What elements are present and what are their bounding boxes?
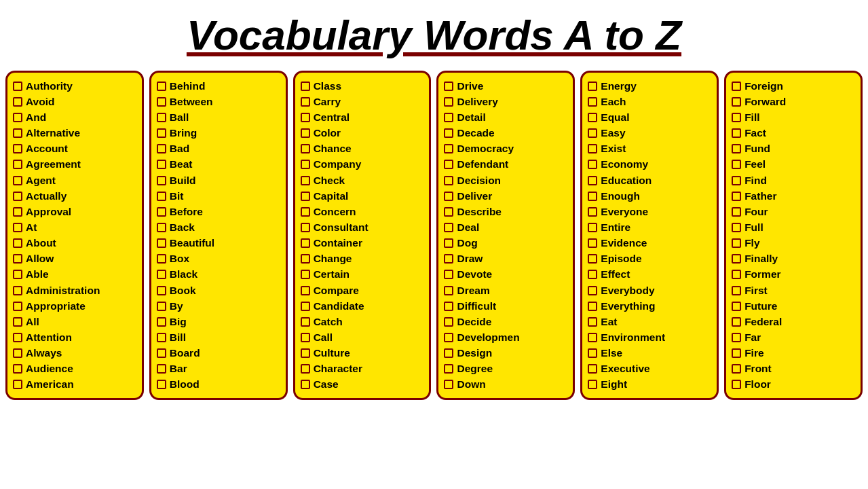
checkbox-icon[interactable] [588,160,597,169]
checkbox-icon[interactable] [444,254,453,264]
checkbox-icon[interactable] [588,270,597,279]
checkbox-icon[interactable] [157,348,166,358]
list-item[interactable]: Decide [444,314,569,329]
list-item[interactable]: Energy [588,78,713,94]
list-item[interactable]: Decade [444,126,569,141]
checkbox-icon[interactable] [157,223,166,232]
checkbox-icon[interactable] [588,302,597,311]
checkbox-icon[interactable] [444,113,453,122]
checkbox-icon[interactable] [157,160,166,169]
checkbox-icon[interactable] [13,192,22,201]
checkbox-icon[interactable] [444,348,453,358]
list-item[interactable]: Audience [13,361,138,377]
list-item[interactable]: Catch [301,314,426,329]
list-item[interactable]: Finally [732,251,856,267]
checkbox-icon[interactable] [157,176,166,185]
checkbox-icon[interactable] [444,302,453,311]
list-item[interactable]: Attention [13,329,138,345]
checkbox-icon[interactable] [13,113,22,122]
checkbox-icon[interactable] [13,348,22,358]
checkbox-icon[interactable] [588,144,597,153]
checkbox-icon[interactable] [13,364,22,374]
checkbox-icon[interactable] [13,380,22,389]
list-item[interactable]: Eight [588,377,713,393]
list-item[interactable]: Drive [444,78,569,94]
list-item[interactable]: Color [301,126,426,141]
list-item[interactable]: Blood [157,377,282,393]
list-item[interactable]: All [13,314,138,329]
list-item[interactable]: About [13,236,138,251]
checkbox-icon[interactable] [444,82,453,91]
list-item[interactable]: Devote [444,267,569,283]
list-item[interactable]: Account [13,141,138,157]
list-item[interactable]: Defendant [444,157,569,173]
checkbox-icon[interactable] [444,128,453,138]
list-item[interactable]: Feel [732,157,856,173]
list-item[interactable]: Call [301,329,426,345]
list-item[interactable]: Culture [301,346,426,361]
checkbox-icon[interactable] [157,144,166,153]
list-item[interactable]: Administration [13,283,138,298]
list-item[interactable]: Build [157,173,282,188]
checkbox-icon[interactable] [13,97,22,107]
checkbox-icon[interactable] [157,286,166,295]
checkbox-icon[interactable] [13,317,22,327]
list-item[interactable]: Design [444,346,569,361]
list-item[interactable]: Chance [301,141,426,157]
list-item[interactable]: By [157,298,282,314]
list-item[interactable]: Appropriate [13,298,138,314]
list-item[interactable]: Before [157,204,282,219]
list-item[interactable]: Economy [588,157,713,173]
list-item[interactable]: Floor [732,377,856,393]
checkbox-icon[interactable] [444,160,453,169]
list-item[interactable]: Deliver [444,188,569,204]
list-item[interactable]: Easy [588,126,713,141]
list-item[interactable]: Down [444,377,569,393]
list-item[interactable]: Bit [157,188,282,204]
checkbox-icon[interactable] [732,317,741,327]
list-item[interactable]: Able [13,267,138,283]
checkbox-icon[interactable] [157,82,166,91]
checkbox-icon[interactable] [732,348,741,358]
list-item[interactable]: Company [301,157,426,173]
checkbox-icon[interactable] [588,380,597,389]
checkbox-icon[interactable] [732,254,741,264]
checkbox-icon[interactable] [13,223,22,232]
list-item[interactable]: Allow [13,251,138,267]
checkbox-icon[interactable] [301,82,310,91]
list-item[interactable]: Certain [301,267,426,283]
list-item[interactable]: Big [157,314,282,329]
list-item[interactable]: Fund [732,141,856,157]
list-item[interactable]: American [13,377,138,393]
checkbox-icon[interactable] [444,238,453,248]
list-item[interactable]: Equal [588,109,713,125]
list-item[interactable]: Federal [732,314,856,329]
list-item[interactable]: Always [13,346,138,361]
checkbox-icon[interactable] [157,333,166,342]
list-item[interactable]: Bring [157,126,282,141]
checkbox-icon[interactable] [588,82,597,91]
list-item[interactable]: Agent [13,173,138,188]
list-item[interactable]: Describe [444,204,569,219]
checkbox-icon[interactable] [13,128,22,138]
list-item[interactable]: Entire [588,219,713,235]
list-item[interactable]: Father [732,188,856,204]
list-item[interactable]: Behind [157,78,282,94]
checkbox-icon[interactable] [13,254,22,264]
list-item[interactable]: Black [157,267,282,283]
checkbox-icon[interactable] [301,254,310,264]
checkbox-icon[interactable] [301,302,310,311]
list-item[interactable]: Everybody [588,283,713,298]
list-item[interactable]: Each [588,94,713,109]
list-item[interactable]: Former [732,267,856,283]
list-item[interactable]: Beat [157,157,282,173]
checkbox-icon[interactable] [13,144,22,153]
list-item[interactable]: Enough [588,188,713,204]
checkbox-icon[interactable] [157,380,166,389]
list-item[interactable]: Agreement [13,157,138,173]
list-item[interactable]: At [13,219,138,235]
checkbox-icon[interactable] [732,333,741,342]
checkbox-icon[interactable] [732,207,741,217]
checkbox-icon[interactable] [301,128,310,138]
list-item[interactable]: Class [301,78,426,94]
